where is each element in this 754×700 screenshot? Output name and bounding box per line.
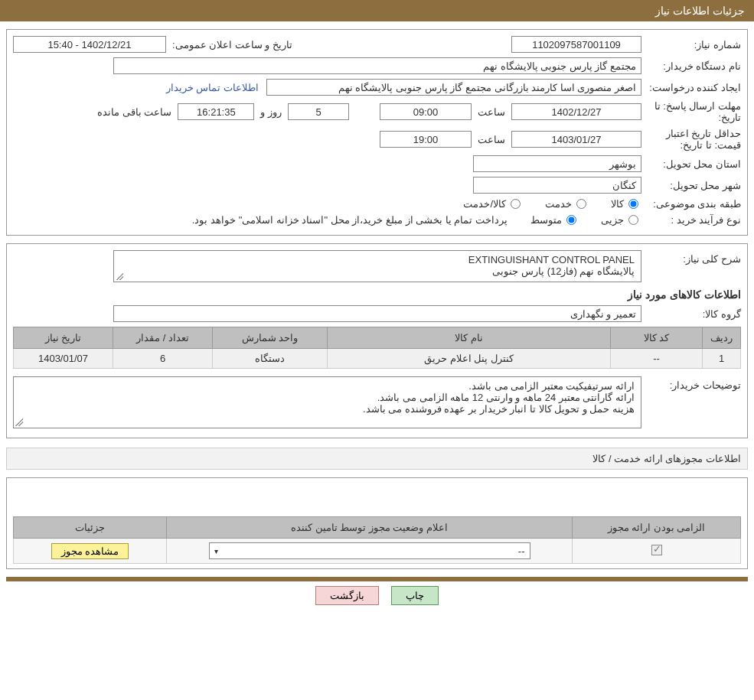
field-province: بوشهر: [473, 155, 641, 172]
page-title: جزئیات اطلاعات نیاز: [655, 5, 745, 17]
resize-handle-icon[interactable]: [116, 272, 123, 280]
label-purchase-type: نوع فرآیند خرید :: [641, 214, 741, 226]
description-panel: شرح کلی نیاز: EXTINGUISHANT CONTROL PANE…: [6, 243, 748, 438]
label-days-and: روز و: [260, 106, 282, 118]
field-announce-dt: 1402/12/21 - 15:40: [13, 36, 166, 53]
field-time-left: 16:21:35: [178, 103, 254, 120]
label-general-desc: شرح کلی نیاز:: [641, 250, 741, 265]
field-requester: اصغر منصوری اسا کارمند بازرگانی مجتمع گا…: [266, 79, 641, 96]
radio-goods-service-label: کالا/خدمت: [463, 198, 506, 210]
back-button[interactable]: بازگشت: [315, 586, 379, 605]
label-requester: ایجاد کننده درخواست:: [641, 82, 741, 93]
footer-divider: [6, 577, 748, 581]
purchase-type-radios: جزیی متوسط: [530, 214, 641, 226]
field-validity-date: 1403/01/27: [511, 131, 641, 148]
cell-status: -- ▾: [167, 539, 573, 564]
radio-service[interactable]: [576, 199, 586, 209]
label-buyer-org: نام دستگاه خریدار:: [641, 60, 741, 72]
field-validity-time: 19:00: [380, 131, 472, 148]
main-info-panel: شماره نیاز: 1102097587001109 تاریخ و ساع…: [6, 29, 748, 236]
th-code: کد کالا: [611, 327, 703, 349]
th-qty: تعداد / مقدار: [113, 327, 213, 349]
field-buyer-notes: ارائه سرتیفیکیت معتبر الزامی می باشد. ار…: [13, 376, 641, 428]
radio-goods-label: کالا: [611, 198, 624, 210]
license-table: الزامی بودن ارائه مجوز اعلام وضعیت مجوز …: [13, 516, 741, 564]
field-reply-time: 09:00: [380, 103, 472, 120]
page-header: جزئیات اطلاعات نیاز: [0, 0, 754, 21]
licenses-title: اطلاعات مجوزهای ارائه خدمت / کالا: [592, 453, 741, 464]
radio-medium-label: متوسط: [530, 214, 562, 226]
status-dropdown[interactable]: -- ▾: [209, 542, 530, 559]
label-category: طبقه بندی موضوعی:: [641, 198, 741, 210]
cell-need-date: 1403/01/07: [14, 349, 113, 369]
footer-buttons: چاپ بازگشت: [0, 586, 754, 605]
th-name: نام کالا: [328, 327, 611, 349]
chevron-down-icon: ▾: [214, 547, 218, 555]
field-need-no: 1102097587001109: [511, 36, 641, 53]
mandatory-checkbox[interactable]: [651, 545, 662, 555]
view-license-button[interactable]: مشاهده مجوز: [51, 543, 129, 559]
desc-line1: EXTINGUISHANT CONTROL PANEL: [120, 254, 635, 265]
field-general-desc: EXTINGUISHANT CONTROL PANEL پالایشگاه نه…: [113, 250, 641, 282]
label-goods-group: گروه کالا:: [641, 308, 741, 320]
field-buyer-org: مجتمع گاز پارس جنوبی پالایشگاه نهم: [113, 57, 641, 74]
th-mandatory: الزامی بودن ارائه مجوز: [573, 517, 741, 539]
th-row: ردیف: [703, 327, 741, 349]
licenses-header: اطلاعات مجوزهای ارائه خدمت / کالا: [6, 448, 748, 470]
cell-details: مشاهده مجوز: [14, 539, 167, 564]
label-hour-1: ساعت: [478, 106, 505, 118]
radio-medium[interactable]: [566, 215, 576, 225]
radio-partial-label: جزیی: [601, 214, 624, 226]
label-buyer-notes: توضیحات خریدار:: [641, 376, 741, 391]
category-radios: کالا خدمت کالا/خدمت: [463, 198, 641, 210]
cell-code: --: [611, 349, 703, 369]
payment-note: پرداخت تمام یا بخشی از مبلغ خرید،از محل …: [192, 214, 508, 226]
field-city: کنگان: [473, 177, 641, 194]
items-section-title: اطلاعات کالاهای مورد نیاز: [13, 288, 741, 301]
field-goods-group: تعمیر و نگهداری: [113, 305, 641, 322]
resize-handle-icon[interactable]: [15, 418, 23, 426]
th-status: اعلام وضعیت مجوز توسط تامین کننده: [167, 517, 573, 539]
dropdown-value: --: [518, 545, 525, 557]
items-table: ردیف کد کالا نام کالا واحد شمارش تعداد /…: [13, 327, 741, 369]
notes-line2: ارائه گارانتی معتبر 24 ماهه و وارنتی 12 …: [20, 392, 635, 403]
buyer-contact-link[interactable]: اطلاعات تماس خریدار: [166, 82, 259, 93]
notes-line1: ارائه سرتیفیکیت معتبر الزامی می باشد.: [20, 380, 635, 392]
label-city: شهر محل تحویل:: [641, 180, 741, 191]
label-hour-2: ساعت: [478, 134, 505, 145]
cell-qty: 6: [113, 349, 213, 369]
desc-line2: پالایشگاه نهم (فاز12) پارس جنوبی: [120, 265, 635, 277]
licenses-panel: الزامی بودن ارائه مجوز اعلام وضعیت مجوز …: [6, 477, 748, 569]
label-price-validity: حداقل تاریخ اعتبار قیمت: تا تاریخ:: [641, 128, 741, 151]
label-remaining: ساعت باقی مانده: [97, 106, 171, 118]
radio-goods-service[interactable]: [511, 199, 521, 209]
notes-line3: هزینه حمل و تحویل کالا تا انبار خریدار ب…: [20, 403, 635, 415]
cell-name: کنترل پنل اعلام حریق: [328, 349, 611, 369]
table-row: 1 -- کنترل پنل اعلام حریق دستگاه 6 1403/…: [14, 349, 741, 369]
print-button[interactable]: چاپ: [391, 586, 439, 605]
th-need-date: تاریخ نیاز: [14, 327, 113, 349]
radio-service-label: خدمت: [545, 198, 572, 210]
label-reply-deadline: مهلت ارسال پاسخ: تا تاریخ:: [641, 100, 741, 123]
radio-goods[interactable]: [628, 199, 638, 209]
radio-partial[interactable]: [628, 215, 638, 225]
th-details: جزئیات: [14, 517, 167, 539]
cell-mandatory: [573, 539, 741, 564]
label-province: استان محل تحویل:: [641, 158, 741, 170]
cell-row: 1: [703, 349, 741, 369]
cell-unit: دستگاه: [213, 349, 328, 369]
th-unit: واحد شمارش: [213, 327, 328, 349]
field-reply-date: 1402/12/27: [511, 103, 641, 120]
label-need-no: شماره نیاز:: [641, 39, 741, 50]
field-days-left: 5: [288, 103, 349, 120]
label-announce-dt: تاریخ و ساعت اعلان عمومی:: [172, 39, 292, 50]
license-row: -- ▾ مشاهده مجوز: [14, 539, 741, 564]
